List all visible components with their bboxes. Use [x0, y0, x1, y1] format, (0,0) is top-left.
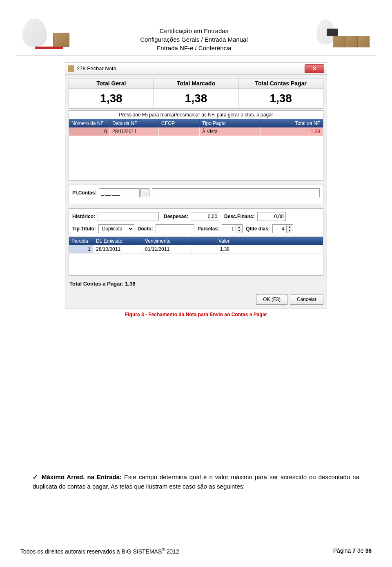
parcelas-label: Parcelas:: [198, 226, 219, 232]
parcelas-spinner[interactable]: ▲▼: [236, 224, 243, 233]
col-valor: Valor: [192, 237, 232, 245]
total-marcado-label: Total Marcado: [154, 78, 238, 89]
window-icon: [68, 65, 74, 72]
despesas-label: Despesas:: [164, 214, 188, 219]
col-numero-nf: Número da NF: [69, 119, 110, 127]
total-contas-value: 1,38: [238, 89, 323, 108]
total-contas-label: Total Contas Pagar: [238, 78, 323, 89]
docto-label: Docto:: [138, 226, 153, 232]
col-total-nf: Total da NF: [261, 119, 323, 127]
plcontas-input[interactable]: [99, 188, 140, 197]
parcelas-grid-row[interactable]: 1 28/10/2011 01/11/2011 1,38: [69, 245, 323, 254]
despesas-input[interactable]: [191, 212, 219, 221]
nf-grid[interactable]: Número da NF Data da NF CFOP Tipo Pagto …: [69, 119, 323, 181]
header-logo-right: [310, 16, 372, 51]
plcontas-desc-input[interactable]: [152, 188, 320, 197]
plcontas-section: Pl.Contas: ...: [69, 185, 323, 204]
cell-parcela: 1: [69, 245, 94, 254]
cell-emissao: 28/10/2011: [94, 245, 143, 254]
window-title: 278 Fechar Nota: [77, 65, 116, 71]
cell-numero: 0: [69, 127, 110, 136]
col-vencimento: Vencimento: [143, 237, 192, 245]
cancel-button[interactable]: Cancelar: [290, 294, 323, 305]
total-contas-pagar-text: Total Contas a Pagar: 1,38: [69, 278, 323, 289]
header-title-block: Certificação em Entradas Configurações G…: [78, 16, 310, 52]
total-marcado-value: 1,38: [154, 89, 238, 108]
historico-label: Histórico:: [72, 214, 95, 219]
qtdedias-spinner[interactable]: ▲▼: [287, 224, 293, 233]
close-button[interactable]: ✕: [305, 64, 324, 73]
nf-grid-header: Número da NF Data da NF CFOP Tipo Pagto …: [69, 119, 323, 127]
tiptitulo-select[interactable]: Duplicata: [98, 224, 134, 233]
application-window: 278 Fechar Nota ✕ Total Geral 1,38 Total…: [65, 62, 327, 308]
footer-left: Todos os direitos autorais reservados à …: [20, 547, 179, 555]
button-row: OK (F3) Cancelar: [65, 292, 327, 308]
descfin-label: Desc.Financ:: [224, 214, 255, 219]
checkmark-icon: ✓: [33, 473, 39, 482]
col-data-nf: Data da NF: [110, 119, 159, 127]
cell-data: 28/10/2011: [110, 127, 159, 136]
col-cfop: CFOP: [159, 119, 200, 127]
ok-button[interactable]: OK (F3): [256, 294, 287, 305]
window-titlebar: 278 Fechar Nota ✕: [65, 63, 327, 75]
tiptitulo-label: Tip.Título:: [72, 226, 96, 232]
historico-input[interactable]: [98, 212, 159, 221]
docto-input[interactable]: [156, 224, 194, 233]
parcelas-grid[interactable]: Parcela Dt. Emissão Vencimento Valor 1 2…: [69, 237, 323, 276]
parcelas-grid-header: Parcela Dt. Emissão Vencimento Valor: [69, 237, 323, 245]
qtdedias-label: Qtde dias:: [246, 226, 270, 232]
body-paragraph: ✓ Máximo Arred. na Entrada: Este campo d…: [20, 473, 372, 491]
col-blank: [232, 237, 323, 245]
header-rule: [16, 56, 376, 56]
header-line3: Entrada NF-e / Conferência: [78, 44, 310, 52]
cell-vencimento: 01/11/2011: [143, 245, 192, 254]
figure-caption: Figura 3 - Fechamento da Nota para Envio…: [20, 312, 372, 317]
plcontas-label: Pl.Contas:: [72, 190, 96, 196]
cell-total: 1,38: [261, 127, 323, 136]
footer-page: Página 7 de 36: [333, 547, 372, 555]
col-emissao: Dt. Emissão: [94, 237, 143, 245]
cell-tipo: À Vista: [200, 127, 261, 136]
paragraph-bold: Máximo Arred. na Entrada:: [42, 473, 122, 480]
col-parcela: Parcela: [69, 237, 94, 245]
descfin-input[interactable]: [257, 212, 286, 221]
nf-grid-row[interactable]: 0 28/10/2011 À Vista 1,38: [69, 127, 323, 136]
header-line1: Certificação em Entradas: [78, 27, 310, 35]
page-header: Certificação em Entradas Configurações G…: [20, 16, 372, 52]
hint-text: Pressione F5 para marcar/desmarcar as NF…: [69, 110, 323, 119]
total-geral-value: 1,38: [69, 89, 154, 108]
details-section: Histórico: Despesas: Desc.Financ: Tip.Tí…: [69, 208, 323, 237]
qtdedias-input[interactable]: [272, 224, 287, 233]
page-footer: Todos os direitos autorais reservados à …: [20, 544, 372, 555]
plcontas-lookup-button[interactable]: ...: [140, 188, 149, 197]
totals-panel: Total Geral 1,38 Total Marcado 1,38 Tota…: [69, 78, 323, 109]
total-geral-label: Total Geral: [69, 78, 154, 89]
cell-valor: 1,38: [192, 245, 232, 254]
header-line2: Configurações Gerais / Entrada Manual: [78, 35, 310, 44]
parcelas-input[interactable]: [222, 224, 236, 233]
col-tipo-pagto: Tipo Pagto: [200, 119, 261, 127]
close-icon: ✕: [312, 65, 317, 71]
header-logo-left: [20, 16, 78, 51]
cell-cfop: [159, 127, 200, 136]
